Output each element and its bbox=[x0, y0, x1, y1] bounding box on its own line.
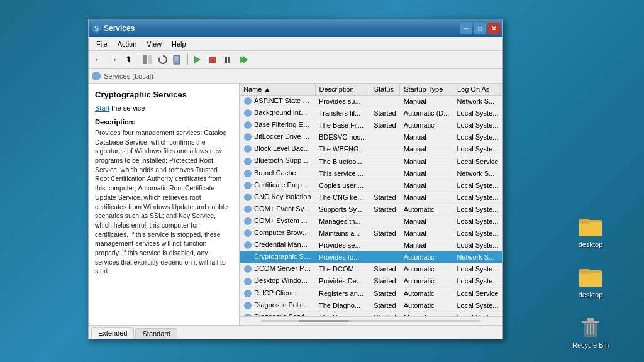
table-row[interactable]: Certificate Propag...Copies user ...Manu… bbox=[240, 179, 502, 191]
table-row[interactable]: Diagnostic Service...The Diagno...Starte… bbox=[240, 311, 502, 316]
cell-logon: Local Syste... bbox=[453, 215, 502, 227]
table-row[interactable]: BitLocker Drive En...BDESVC hos...Manual… bbox=[240, 131, 502, 143]
svg-rect-2 bbox=[579, 219, 589, 224]
table-row[interactable]: Bluetooth Support...The Bluetoo...Manual… bbox=[240, 155, 502, 167]
folder-icon bbox=[578, 214, 603, 239]
horizontal-scrollbar[interactable] bbox=[240, 316, 502, 325]
services-list: Name ▲ Description Status Startup Type L… bbox=[240, 84, 502, 316]
table-row[interactable]: Background Intelli...Transfers fil...Sta… bbox=[240, 107, 502, 119]
svg-text:S: S bbox=[94, 25, 99, 32]
cell-name: Diagnostic Service... bbox=[240, 311, 315, 316]
services-table[interactable]: Name ▲ Description Status Startup Type L… bbox=[240, 84, 502, 316]
svg-point-41 bbox=[244, 265, 252, 273]
start-link[interactable]: Start bbox=[95, 104, 109, 112]
cell-status: Started bbox=[370, 191, 399, 203]
minimize-button[interactable]: ─ bbox=[460, 23, 472, 34]
table-row[interactable]: Cryptographic Ser...Provides fo...Automa… bbox=[240, 251, 502, 263]
maximize-button[interactable]: □ bbox=[474, 23, 486, 34]
cell-description: Maintains a... bbox=[315, 228, 370, 239]
cell-status bbox=[370, 179, 399, 191]
cell-logon: Local Syste... bbox=[453, 299, 502, 311]
col-description[interactable]: Description bbox=[315, 84, 370, 96]
cell-description: Transfers fil... bbox=[315, 107, 370, 119]
start-suffix: the service bbox=[109, 104, 145, 112]
cell-startup: Manual bbox=[400, 131, 453, 143]
svg-point-42 bbox=[244, 278, 252, 285]
restart-button[interactable] bbox=[236, 53, 250, 67]
cell-startup: Automatic bbox=[400, 119, 453, 131]
menu-view[interactable]: View bbox=[142, 39, 167, 49]
table-row[interactable]: BranchCacheThis service ...ManualNetwork… bbox=[240, 167, 502, 179]
service-name: Cryptographic Services bbox=[95, 90, 233, 99]
desktop-icon-1[interactable]: desktop bbox=[569, 214, 613, 248]
svg-rect-22 bbox=[225, 57, 227, 63]
recycle-bin-icon[interactable]: Recycle Bin bbox=[569, 314, 613, 349]
cell-logon: Network S... bbox=[453, 96, 502, 107]
cell-name: Block Level Backu... bbox=[240, 143, 315, 155]
svg-point-28 bbox=[244, 109, 252, 117]
tab-extended[interactable]: Extended bbox=[91, 327, 134, 339]
cell-name: ASP.NET State Ser... bbox=[240, 96, 315, 107]
col-logon[interactable]: Log On As bbox=[453, 84, 502, 96]
cell-logon: Local Syste... bbox=[453, 107, 502, 119]
cell-status: Started bbox=[370, 299, 399, 311]
cell-description: The WBENG... bbox=[315, 143, 370, 155]
cell-logon: Local Syste... bbox=[453, 239, 502, 251]
desktop-icon-2-label: desktop bbox=[579, 291, 603, 299]
table-row[interactable]: Desktop Window ...Provides De...StartedA… bbox=[240, 275, 502, 287]
menu-file[interactable]: File bbox=[91, 39, 113, 49]
cell-startup: Manual bbox=[400, 215, 453, 227]
bottom-tabs: Extended Standard bbox=[89, 325, 502, 339]
col-name[interactable]: Name ▲ bbox=[240, 84, 315, 96]
table-row[interactable]: DCOM Server Pro...The DCOM...StartedAuto… bbox=[240, 263, 502, 275]
cell-description: Supports Sy... bbox=[315, 203, 370, 215]
table-row[interactable]: Base Filtering Engi...The Base Fil...Sta… bbox=[240, 119, 502, 131]
cell-startup: Automatic bbox=[400, 203, 453, 215]
table-row[interactable]: CNG Key IsolationThe CNG ke...StartedMan… bbox=[240, 191, 502, 203]
address-bar-icon bbox=[91, 71, 101, 81]
table-row[interactable]: Diagnostic Policy ...The Diagno...Starte… bbox=[240, 299, 502, 311]
forward-button[interactable]: → bbox=[106, 53, 120, 67]
tab-standard[interactable]: Standard bbox=[135, 328, 177, 339]
show-hide-button[interactable] bbox=[141, 53, 155, 67]
cell-name: Cryptographic Ser... bbox=[240, 251, 315, 263]
up-button[interactable]: ⬆ bbox=[121, 53, 135, 67]
cell-description: Provides su... bbox=[315, 96, 370, 107]
col-status[interactable]: Status bbox=[370, 84, 399, 96]
table-header-row: Name ▲ Description Status Startup Type L… bbox=[240, 84, 502, 96]
description-text: Provides four management services: Catal… bbox=[95, 128, 233, 276]
menu-action[interactable]: Action bbox=[113, 39, 142, 49]
desktop-icon-2[interactable]: desktop bbox=[569, 264, 613, 299]
svg-point-43 bbox=[244, 290, 252, 297]
cell-startup: Manual bbox=[400, 96, 453, 107]
cell-description: Provides De... bbox=[315, 275, 370, 287]
table-row[interactable]: ASP.NET State Ser...Provides su...Manual… bbox=[240, 96, 502, 107]
table-row[interactable]: COM+ System Ap...Manages th...ManualLoca… bbox=[240, 215, 502, 227]
table-row[interactable]: COM+ Event Syst...Supports Sy...StartedA… bbox=[240, 203, 502, 215]
table-row[interactable]: Credential ManagerProvides se...ManualLo… bbox=[240, 239, 502, 251]
refresh-button[interactable] bbox=[156, 53, 170, 67]
table-row[interactable]: Block Level Backu...The WBENG...ManualLo… bbox=[240, 143, 502, 155]
folder-icon-2 bbox=[578, 264, 603, 289]
cell-name: BitLocker Drive En... bbox=[240, 131, 315, 143]
col-startup[interactable]: Startup Type bbox=[400, 84, 453, 96]
services-window: S Services ─ □ ✕ File Action View Help ←… bbox=[88, 19, 503, 339]
back-button[interactable]: ← bbox=[91, 53, 105, 67]
table-row[interactable]: DHCP ClientRegisters an...StartedAutomat… bbox=[240, 287, 502, 299]
svg-point-27 bbox=[244, 97, 252, 105]
start-button[interactable] bbox=[191, 53, 204, 67]
cell-name: CNG Key Isolation bbox=[240, 191, 315, 203]
export-button[interactable] bbox=[171, 53, 185, 67]
cell-startup: Automatic bbox=[400, 275, 453, 287]
menu-help[interactable]: Help bbox=[167, 39, 191, 49]
close-button[interactable]: ✕ bbox=[487, 23, 500, 34]
scrollbar-track bbox=[241, 318, 501, 324]
table-row[interactable]: Computer BrowserMaintains a...StartedMan… bbox=[240, 228, 502, 239]
cell-status: Started bbox=[370, 263, 399, 275]
svg-point-33 bbox=[244, 170, 252, 177]
cell-status bbox=[370, 143, 399, 155]
cell-status bbox=[370, 131, 399, 143]
stop-button[interactable] bbox=[206, 53, 219, 67]
cell-logon: Local Syste... bbox=[453, 263, 502, 275]
pause-button[interactable] bbox=[221, 53, 235, 67]
